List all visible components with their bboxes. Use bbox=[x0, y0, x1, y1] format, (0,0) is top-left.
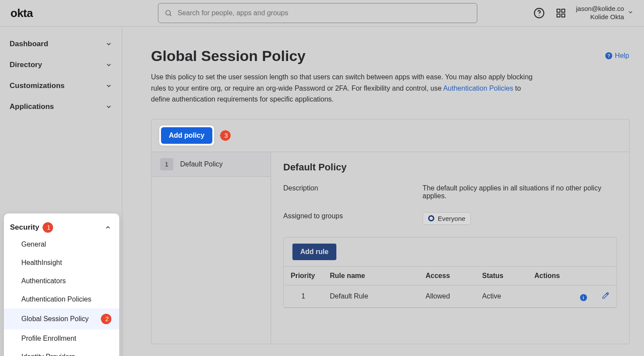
chevron-down-icon bbox=[105, 41, 112, 47]
description-value: The default policy applies in all situat… bbox=[423, 184, 617, 200]
sub-item-authentication-policies[interactable]: Authentication Policies bbox=[4, 290, 119, 309]
edit-icon[interactable] bbox=[602, 292, 610, 299]
okta-logo[interactable]: okta bbox=[10, 8, 43, 18]
sub-label: HealthInsight bbox=[21, 259, 62, 267]
policy-name: Default Policy bbox=[180, 160, 223, 168]
header-right: jason@kolide.co Kolide Okta bbox=[533, 5, 634, 21]
sidebar-item-applications[interactable]: Applications bbox=[0, 96, 122, 117]
rule-row: 1 Default Rule Allowed Active i bbox=[284, 285, 617, 307]
svg-point-0 bbox=[166, 10, 171, 15]
sub-label: Authentication Policies bbox=[21, 295, 91, 303]
chevron-down-icon bbox=[627, 9, 634, 17]
add-policy-button[interactable]: Add policy bbox=[161, 127, 212, 144]
rules-top: Add rule bbox=[284, 237, 617, 266]
policy-list: 1 Default Policy bbox=[151, 152, 271, 344]
svg-line-1 bbox=[170, 14, 171, 16]
chevron-down-icon bbox=[105, 82, 112, 89]
sidebar-item-customizations[interactable]: Customizations bbox=[0, 75, 122, 96]
rules-box: Add rule Priority Rule name Access Statu… bbox=[283, 237, 617, 308]
group-chip-everyone[interactable]: Everyone bbox=[423, 212, 471, 225]
sidebar-label: Dashboard bbox=[10, 40, 48, 48]
chevron-down-icon bbox=[105, 61, 112, 68]
info-icon[interactable]: i bbox=[580, 294, 587, 301]
sub-label: General bbox=[21, 241, 46, 248]
search-icon bbox=[164, 9, 172, 17]
auth-policies-link[interactable]: Authentication Policies bbox=[443, 85, 513, 92]
sidebar-label: Applications bbox=[10, 102, 54, 111]
rule-priority: 1 bbox=[284, 285, 323, 307]
col-status: Status bbox=[475, 266, 527, 285]
add-policy-highlight: Add policy bbox=[159, 125, 214, 146]
sub-item-healthinsight[interactable]: HealthInsight bbox=[4, 254, 119, 272]
svg-rect-5 bbox=[562, 9, 565, 12]
detail-row-description: Description The default policy applies i… bbox=[283, 184, 617, 200]
app-header: okta jason@kolide.co Kolide Okta bbox=[0, 0, 644, 27]
rule-access: Allowed bbox=[419, 285, 475, 307]
svg-rect-7 bbox=[562, 14, 565, 17]
callout-badge-2: 2 bbox=[101, 314, 111, 324]
sub-item-profile-enrollment[interactable]: Profile Enrollment bbox=[4, 329, 119, 348]
page-description: Use this policy to set the user session … bbox=[151, 71, 541, 105]
search-input[interactable] bbox=[178, 9, 471, 17]
sidebar-item-directory[interactable]: Directory bbox=[0, 54, 122, 75]
sidebar-section-security: Security 1 General HealthInsight Authent… bbox=[4, 214, 119, 356]
sidebar-label: Security bbox=[10, 223, 39, 232]
col-access: Access bbox=[419, 266, 475, 285]
sidebar-label: Directory bbox=[10, 61, 42, 69]
callout-badge-3: 3 bbox=[220, 130, 231, 141]
sidebar-label: Customizations bbox=[10, 81, 65, 90]
rule-actions: i bbox=[527, 285, 617, 307]
svg-point-3 bbox=[539, 15, 540, 16]
global-search[interactable] bbox=[158, 3, 477, 23]
rule-status: Active bbox=[475, 285, 527, 307]
rules-table: Priority Rule name Access Status Actions… bbox=[284, 266, 617, 308]
add-rule-button[interactable]: Add rule bbox=[292, 244, 336, 260]
chip-label: Everyone bbox=[438, 215, 465, 222]
sub-label: Global Session Policy bbox=[21, 315, 89, 323]
logo-text: okta bbox=[10, 7, 33, 20]
policy-detail: Default Policy Description The default p… bbox=[271, 152, 629, 344]
group-bullet-icon bbox=[428, 215, 434, 221]
callout-badge-1: 1 bbox=[43, 222, 53, 233]
sub-item-identity-providers[interactable]: Identity Providers bbox=[4, 348, 119, 356]
sub-label: Identity Providers bbox=[21, 353, 75, 356]
groups-label: Assigned to groups bbox=[283, 212, 423, 220]
sub-label: Authenticators bbox=[21, 277, 66, 285]
help-dot-icon: ? bbox=[605, 52, 612, 59]
page-title: Global Session Policy bbox=[151, 47, 629, 64]
help-link[interactable]: ? Help bbox=[605, 52, 629, 60]
apps-grid-icon[interactable] bbox=[554, 7, 567, 20]
col-actions: Actions bbox=[527, 266, 617, 285]
sub-label: Profile Enrollment bbox=[21, 335, 76, 342]
policy-panel: Add policy 3 1 Default Policy Default Po… bbox=[151, 119, 630, 344]
policy-rank: 1 bbox=[160, 158, 173, 170]
chevron-up-icon bbox=[104, 224, 111, 231]
sub-item-general[interactable]: General bbox=[4, 235, 119, 254]
user-org: Kolide Okta bbox=[576, 13, 624, 21]
user-menu[interactable]: jason@kolide.co Kolide Okta bbox=[576, 5, 634, 21]
sub-item-authenticators[interactable]: Authenticators bbox=[4, 272, 119, 290]
main-content: ? Help Global Session Policy Use this po… bbox=[122, 27, 644, 356]
sidebar-item-dashboard[interactable]: Dashboard bbox=[0, 34, 122, 54]
col-rule-name: Rule name bbox=[323, 266, 419, 285]
help-label: Help bbox=[615, 52, 629, 60]
svg-rect-6 bbox=[557, 14, 560, 17]
rule-name: Default Rule bbox=[323, 285, 419, 307]
sidebar-item-security[interactable]: Security 1 bbox=[4, 220, 119, 235]
svg-rect-4 bbox=[557, 9, 560, 12]
description-label: Description bbox=[283, 184, 423, 192]
user-email: jason@kolide.co bbox=[576, 5, 624, 13]
sidebar: Dashboard Directory Customizations Appli… bbox=[0, 27, 122, 356]
policy-row[interactable]: 1 Default Policy bbox=[151, 152, 271, 177]
detail-row-groups: Assigned to groups Everyone bbox=[283, 212, 617, 225]
panel-top: Add policy 3 bbox=[151, 119, 629, 152]
help-icon[interactable] bbox=[533, 7, 546, 20]
groups-value: Everyone bbox=[423, 212, 617, 225]
sub-item-global-session-policy[interactable]: Global Session Policy 2 bbox=[4, 309, 119, 329]
chevron-down-icon bbox=[105, 103, 112, 110]
col-priority: Priority bbox=[284, 266, 323, 285]
policy-detail-title: Default Policy bbox=[283, 162, 617, 173]
user-text: jason@kolide.co Kolide Okta bbox=[576, 5, 624, 21]
panel-body: 1 Default Policy Default Policy Descript… bbox=[151, 152, 629, 344]
